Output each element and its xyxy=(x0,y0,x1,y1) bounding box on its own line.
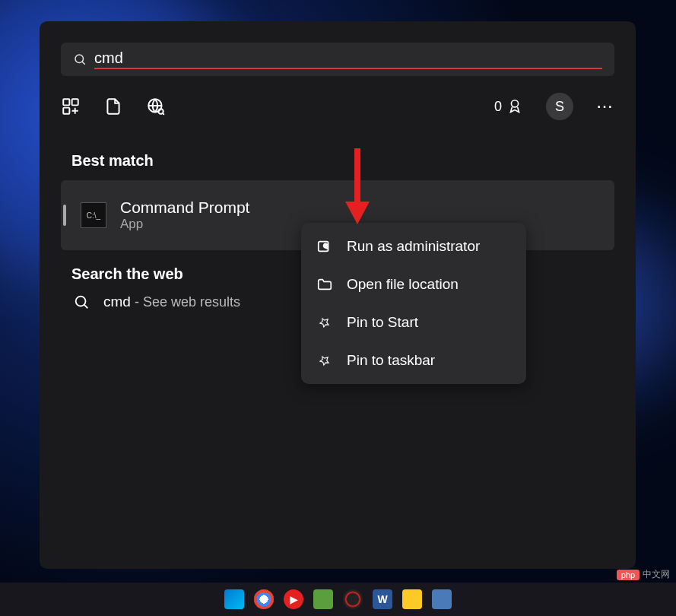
svg-line-10 xyxy=(84,305,88,309)
web-suffix: - See web results xyxy=(131,294,240,310)
svg-point-8 xyxy=(511,100,518,107)
ctx-pin-start[interactable]: Pin to Start xyxy=(301,303,526,341)
start-icon[interactable] xyxy=(224,589,244,609)
admin-icon xyxy=(316,238,333,255)
documents-icon[interactable] xyxy=(103,97,123,116)
result-subtitle: App xyxy=(120,217,249,232)
pin-icon xyxy=(316,352,333,369)
web-term: cmd xyxy=(103,294,131,310)
pin-icon xyxy=(316,314,333,331)
word-icon[interactable]: W xyxy=(373,589,392,609)
svg-rect-3 xyxy=(72,99,78,105)
avatar[interactable]: S xyxy=(546,93,573,120)
medal-icon xyxy=(506,98,523,115)
apps-icon[interactable] xyxy=(61,97,81,116)
selection-indicator xyxy=(63,205,66,226)
watermark: php 中文网 xyxy=(617,568,670,581)
rewards-count: 0 xyxy=(494,99,502,115)
result-title: Command Prompt xyxy=(120,198,249,217)
annotation-arrow xyxy=(341,144,374,228)
chrome-icon[interactable] xyxy=(254,589,274,609)
folder-icon xyxy=(316,276,333,293)
search-icon xyxy=(73,294,90,310)
svg-rect-4 xyxy=(63,108,69,114)
search-icon xyxy=(73,52,87,66)
more-icon[interactable]: ⋯ xyxy=(596,97,614,116)
cmd-app-icon: C:\_ xyxy=(81,202,106,228)
media-icon[interactable]: ▶ xyxy=(284,589,303,609)
ctx-pin-taskbar[interactable]: Pin to taskbar xyxy=(301,341,526,379)
rewards-counter[interactable]: 0 xyxy=(494,98,523,115)
svg-line-1 xyxy=(82,62,85,65)
svg-point-0 xyxy=(75,55,84,63)
ctx-run-as-admin[interactable]: Run as administrator xyxy=(301,227,526,265)
context-menu: Run as administrator Open file location … xyxy=(301,223,526,384)
chat-icon[interactable] xyxy=(313,589,333,609)
web-icon[interactable] xyxy=(146,97,166,116)
header-row: 0 S ⋯ xyxy=(40,76,636,137)
svg-point-9 xyxy=(76,297,86,306)
search-bar[interactable]: cmd xyxy=(61,43,614,76)
ctx-open-location[interactable]: Open file location xyxy=(301,265,526,303)
start-search-panel: cmd 0 S ⋯ Best match C:\_ Command Prompt… xyxy=(40,21,636,569)
search-input-text[interactable]: cmd xyxy=(94,49,602,69)
svg-line-7 xyxy=(163,113,164,115)
taskbar: ▶ W xyxy=(0,583,676,616)
explorer-icon[interactable] xyxy=(402,589,422,609)
svg-rect-2 xyxy=(63,99,69,105)
svg-marker-13 xyxy=(345,202,370,224)
app-icon-2[interactable] xyxy=(432,589,452,609)
app-icon[interactable] xyxy=(343,589,363,609)
